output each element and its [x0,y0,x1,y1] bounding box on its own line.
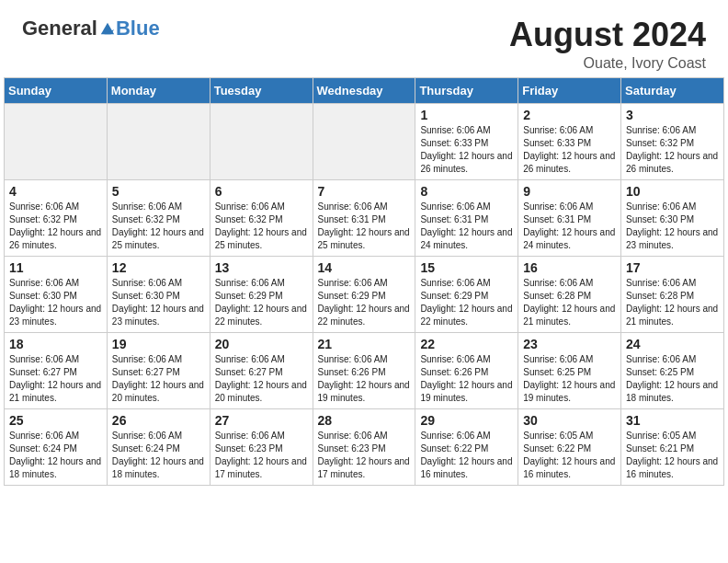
day-header: Monday [107,77,210,103]
cell-info: Sunrise: 6:06 AM Sunset: 6:32 PM Dayligh… [215,201,308,252]
calendar-cell: 15Sunrise: 6:06 AM Sunset: 6:29 PM Dayli… [415,256,518,332]
calendar-cell: 29Sunrise: 6:06 AM Sunset: 6:22 PM Dayli… [415,408,518,485]
calendar-cell: 7Sunrise: 6:06 AM Sunset: 6:31 PM Daylig… [313,179,415,256]
calendar-cell: 31Sunrise: 6:05 AM Sunset: 6:21 PM Dayli… [621,408,724,485]
cell-day-number: 27 [215,413,308,428]
logo: General Blue [22,17,160,40]
day-header: Saturday [621,77,724,103]
calendar-cell: 20Sunrise: 6:06 AM Sunset: 6:27 PM Dayli… [210,332,313,408]
calendar-cell: 26Sunrise: 6:06 AM Sunset: 6:24 PM Dayli… [107,408,210,485]
cell-info: Sunrise: 6:06 AM Sunset: 6:30 PM Dayligh… [112,277,205,328]
cell-info: Sunrise: 6:06 AM Sunset: 6:33 PM Dayligh… [420,124,513,176]
cell-day-number: 30 [523,413,616,428]
cell-info: Sunrise: 6:06 AM Sunset: 6:30 PM Dayligh… [626,201,719,252]
calendar-wrapper: SundayMondayTuesdayWednesdayThursdayFrid… [0,77,728,493]
calendar-cell: 14Sunrise: 6:06 AM Sunset: 6:29 PM Dayli… [313,256,415,332]
cell-day-number: 11 [9,260,102,275]
cell-info: Sunrise: 6:06 AM Sunset: 6:32 PM Dayligh… [626,124,719,176]
cell-info: Sunrise: 6:06 AM Sunset: 6:33 PM Dayligh… [523,124,616,176]
cell-info: Sunrise: 6:06 AM Sunset: 6:31 PM Dayligh… [420,201,513,252]
cell-info: Sunrise: 6:06 AM Sunset: 6:24 PM Dayligh… [112,430,205,481]
calendar-week-row: 11Sunrise: 6:06 AM Sunset: 6:30 PM Dayli… [5,256,724,332]
calendar-cell: 1Sunrise: 6:06 AM Sunset: 6:33 PM Daylig… [415,103,518,179]
cell-day-number: 28 [318,413,411,428]
cell-day-number: 1 [420,108,513,122]
cell-info: Sunrise: 6:06 AM Sunset: 6:30 PM Dayligh… [9,277,102,328]
cell-info: Sunrise: 6:06 AM Sunset: 6:29 PM Dayligh… [318,277,411,328]
cell-info: Sunrise: 6:06 AM Sunset: 6:27 PM Dayligh… [215,353,308,405]
calendar-table: SundayMondayTuesdayWednesdayThursdayFrid… [4,77,724,486]
cell-day-number: 19 [112,337,205,351]
calendar-cell: 3Sunrise: 6:06 AM Sunset: 6:32 PM Daylig… [621,103,724,179]
cell-day-number: 22 [420,337,513,351]
cell-day-number: 12 [112,260,205,275]
cell-info: Sunrise: 6:06 AM Sunset: 6:25 PM Dayligh… [626,353,719,405]
logo-general: General [22,17,97,40]
cell-info: Sunrise: 6:06 AM Sunset: 6:32 PM Dayligh… [9,201,102,252]
title-block: August 2024 Ouate, Ivory Coast [509,17,706,72]
main-title: August 2024 [509,17,706,53]
calendar-cell: 17Sunrise: 6:06 AM Sunset: 6:28 PM Dayli… [621,256,724,332]
cell-info: Sunrise: 6:05 AM Sunset: 6:21 PM Dayligh… [626,430,719,481]
day-header: Thursday [415,77,518,103]
calendar-cell: 24Sunrise: 6:06 AM Sunset: 6:25 PM Dayli… [621,332,724,408]
calendar-cell: 11Sunrise: 6:06 AM Sunset: 6:30 PM Dayli… [5,256,108,332]
cell-day-number: 23 [523,337,616,351]
calendar-cell: 28Sunrise: 6:06 AM Sunset: 6:23 PM Dayli… [313,408,415,485]
cell-info: Sunrise: 6:06 AM Sunset: 6:28 PM Dayligh… [523,277,616,328]
cell-day-number: 29 [420,413,513,428]
cell-day-number: 24 [626,337,719,351]
cell-info: Sunrise: 6:06 AM Sunset: 6:29 PM Dayligh… [420,277,513,328]
calendar-week-row: 25Sunrise: 6:06 AM Sunset: 6:24 PM Dayli… [5,408,724,485]
cell-day-number: 3 [626,108,719,122]
cell-info: Sunrise: 6:06 AM Sunset: 6:27 PM Dayligh… [9,353,102,405]
logo-blue: Blue [116,17,160,40]
cell-info: Sunrise: 6:06 AM Sunset: 6:23 PM Dayligh… [318,430,411,481]
cell-day-number: 31 [626,413,719,428]
cell-day-number: 4 [9,184,102,199]
cell-info: Sunrise: 6:06 AM Sunset: 6:23 PM Dayligh… [215,430,308,481]
cell-info: Sunrise: 6:06 AM Sunset: 6:26 PM Dayligh… [318,353,411,405]
calendar-cell: 30Sunrise: 6:05 AM Sunset: 6:22 PM Dayli… [518,408,621,485]
cell-info: Sunrise: 6:06 AM Sunset: 6:28 PM Dayligh… [626,277,719,328]
calendar-cell [313,103,415,179]
cell-day-number: 7 [318,184,411,199]
calendar-cell: 21Sunrise: 6:06 AM Sunset: 6:26 PM Dayli… [313,332,415,408]
calendar-cell [107,103,210,179]
calendar-cell: 12Sunrise: 6:06 AM Sunset: 6:30 PM Dayli… [107,256,210,332]
calendar-cell: 25Sunrise: 6:06 AM Sunset: 6:24 PM Dayli… [5,408,108,485]
calendar-cell [5,103,108,179]
cell-info: Sunrise: 6:06 AM Sunset: 6:31 PM Dayligh… [318,201,411,252]
calendar-cell: 16Sunrise: 6:06 AM Sunset: 6:28 PM Dayli… [518,256,621,332]
calendar-header-row: SundayMondayTuesdayWednesdayThursdayFrid… [5,77,724,103]
cell-day-number: 25 [9,413,102,428]
day-header: Sunday [5,77,108,103]
cell-day-number: 5 [112,184,205,199]
day-header: Wednesday [313,77,415,103]
header: General Blue August 2024 Ouate, Ivory Co… [0,0,728,77]
cell-day-number: 14 [318,260,411,275]
calendar-week-row: 18Sunrise: 6:06 AM Sunset: 6:27 PM Dayli… [5,332,724,408]
calendar-cell: 22Sunrise: 6:06 AM Sunset: 6:26 PM Dayli… [415,332,518,408]
svg-marker-0 [101,23,114,35]
calendar-cell: 4Sunrise: 6:06 AM Sunset: 6:32 PM Daylig… [5,179,108,256]
cell-info: Sunrise: 6:06 AM Sunset: 6:26 PM Dayligh… [420,353,513,405]
cell-day-number: 20 [215,337,308,351]
cell-info: Sunrise: 6:06 AM Sunset: 6:24 PM Dayligh… [9,430,102,481]
calendar-cell: 10Sunrise: 6:06 AM Sunset: 6:30 PM Dayli… [621,179,724,256]
cell-day-number: 17 [626,260,719,275]
calendar-cell: 23Sunrise: 6:06 AM Sunset: 6:25 PM Dayli… [518,332,621,408]
cell-day-number: 15 [420,260,513,275]
calendar-cell: 9Sunrise: 6:06 AM Sunset: 6:31 PM Daylig… [518,179,621,256]
subtitle: Ouate, Ivory Coast [509,55,706,72]
cell-info: Sunrise: 6:06 AM Sunset: 6:27 PM Dayligh… [112,353,205,405]
cell-info: Sunrise: 6:06 AM Sunset: 6:32 PM Dayligh… [112,201,205,252]
day-header: Friday [518,77,621,103]
cell-day-number: 16 [523,260,616,275]
cell-info: Sunrise: 6:06 AM Sunset: 6:25 PM Dayligh… [523,353,616,405]
calendar-cell [210,103,313,179]
logo-icon [99,20,116,37]
cell-day-number: 2 [523,108,616,122]
cell-info: Sunrise: 6:05 AM Sunset: 6:22 PM Dayligh… [523,430,616,481]
calendar-cell: 19Sunrise: 6:06 AM Sunset: 6:27 PM Dayli… [107,332,210,408]
